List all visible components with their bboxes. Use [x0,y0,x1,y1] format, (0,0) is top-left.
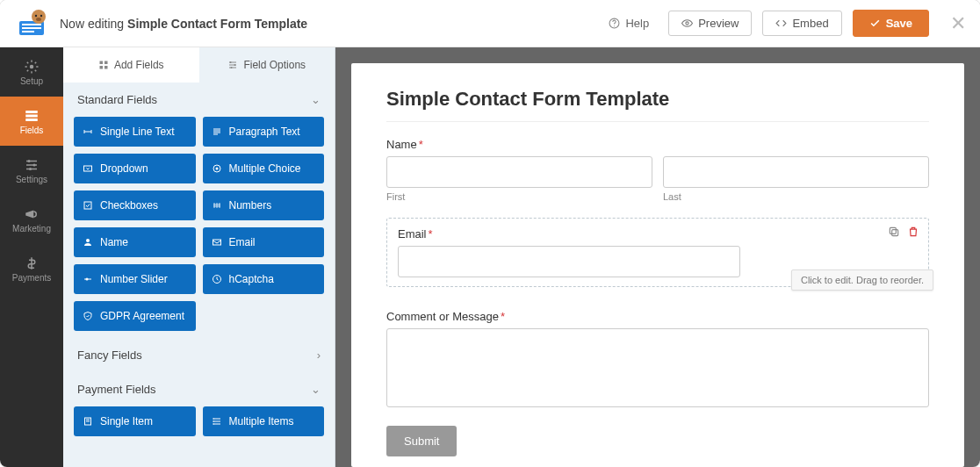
sidenav: Setup Fields Settings Marketing Payments [0,47,63,467]
megaphone-icon [24,206,40,222]
svg-rect-12 [25,111,38,113]
email-input[interactable] [398,246,740,277]
last-name-input[interactable] [663,156,929,188]
svg-point-36 [213,423,214,425]
svg-rect-14 [25,119,38,121]
preview-button[interactable]: Preview [668,11,752,36]
field-icon [83,126,93,137]
svg-point-6 [40,14,42,16]
sidenav-fields[interactable]: Fields [0,97,63,146]
field-icon [212,274,222,284]
field-type-single-item[interactable]: Single Item [74,406,196,436]
field-icon [212,126,222,137]
svg-rect-3 [22,31,34,32]
svg-point-23 [234,64,236,66]
chevron-right-icon: › [317,348,321,362]
svg-rect-37 [892,230,898,236]
sidenav-payments[interactable]: Payments [0,244,63,293]
section-fancy-fields[interactable]: Fancy Fields › [63,338,335,372]
grid-icon [98,60,109,70]
field-type-single-line-text[interactable]: Single Line Text [74,117,196,147]
svg-rect-1 [22,24,41,25]
form-canvas: Simple Contact Form Template Name* First… [351,63,964,467]
field-type-number-slider[interactable]: Number Slider [74,264,196,294]
svg-point-29 [86,239,90,242]
submit-button[interactable]: Submit [386,426,457,456]
options-icon [227,60,238,70]
last-sublabel: Last [663,191,929,202]
field-icon [83,200,93,211]
sidenav-settings[interactable]: Settings [0,146,63,195]
svg-point-7 [36,18,41,21]
svg-rect-18 [99,61,103,65]
field-type-checkboxes[interactable]: Checkboxes [74,190,196,220]
section-payment-fields[interactable]: Payment Fields ⌄ [63,372,335,406]
field-icon [212,416,222,427]
svg-rect-28 [84,202,91,209]
svg-rect-30 [213,240,220,245]
svg-point-27 [215,168,218,170]
close-icon[interactable]: ✕ [950,12,966,35]
field-icon [212,200,222,211]
field-icon [83,163,93,174]
field-icon [83,274,93,284]
comment-textarea[interactable] [386,328,929,407]
tab-field-options[interactable]: Field Options [199,47,335,83]
svg-rect-38 [890,227,896,234]
embed-button[interactable]: Embed [762,11,841,36]
email-label: Email* [398,227,918,241]
dollar-icon [24,255,40,271]
field-type-gdpr-agreement[interactable]: GDPR Agreement [74,301,196,331]
field-type-email[interactable]: Email [203,227,325,257]
field-type-paragraph-text[interactable]: Paragraph Text [203,117,325,147]
field-comment[interactable]: Comment or Message* [386,310,929,410]
sliders-icon [24,157,40,173]
help-link[interactable]: Help [600,11,658,35]
svg-point-31 [86,278,89,281]
editing-label: Now editing Simple Contact Form Template [60,17,307,31]
svg-point-9 [614,25,615,26]
svg-point-15 [28,160,31,162]
fields-panel: Add Fields Field Options Standard Fields… [63,47,335,467]
chevron-down-icon: ⌄ [311,93,321,106]
field-icon [83,416,93,427]
first-name-input[interactable] [386,156,652,188]
field-icon [83,237,93,248]
topbar: Now editing Simple Contact Form Template… [0,0,980,47]
svg-point-34 [213,418,214,420]
svg-rect-25 [84,166,92,171]
help-icon [609,18,620,29]
svg-rect-21 [104,66,108,69]
svg-point-11 [30,64,34,68]
field-type-hcaptcha[interactable]: hCaptcha [203,264,325,294]
sidenav-marketing[interactable]: Marketing [0,195,63,244]
field-name[interactable]: Name* First Last [386,138,929,202]
eye-icon [681,18,693,29]
logo-icon [14,9,49,39]
first-sublabel: First [386,191,652,202]
form-title: Simple Contact Form Template [386,88,929,111]
field-icon [83,311,93,321]
field-type-dropdown[interactable]: Dropdown [74,154,196,183]
duplicate-icon[interactable] [888,226,900,238]
svg-point-10 [686,22,688,25]
svg-point-24 [231,67,233,68]
field-type-multiple-items[interactable]: Multiple Items [203,406,325,436]
svg-rect-20 [99,66,103,69]
sidenav-setup[interactable]: Setup [0,47,63,97]
field-type-numbers[interactable]: Numbers [203,190,325,220]
check-icon [869,18,881,29]
svg-point-22 [230,61,232,63]
svg-rect-19 [104,61,108,65]
field-email[interactable]: Email* Click to edit. Drag to reorder. [386,218,929,287]
name-label: Name* [386,138,929,151]
trash-icon[interactable] [907,226,919,238]
comment-label: Comment or Message* [386,310,929,323]
edit-tooltip: Click to edit. Drag to reorder. [791,269,933,291]
field-type-multiple-choice[interactable]: Multiple Choice [203,154,325,183]
save-button[interactable]: Save [853,10,929,37]
tab-add-fields[interactable]: Add Fields [63,47,199,83]
svg-point-17 [29,168,32,170]
section-standard-fields[interactable]: Standard Fields ⌄ [63,83,335,117]
field-type-name[interactable]: Name [74,227,196,257]
